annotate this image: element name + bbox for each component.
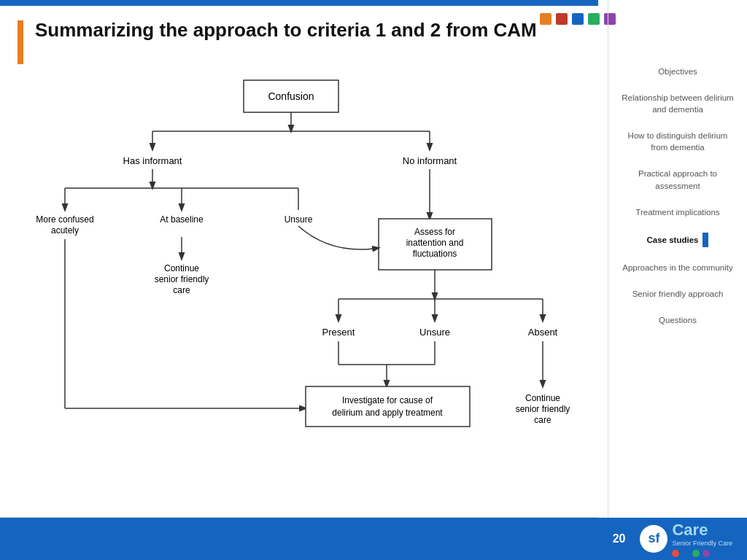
sfcare-dot-green <box>692 550 700 557</box>
top-accent-bar <box>0 0 598 6</box>
sidebar-item-senior[interactable]: Senior friendly approach <box>616 281 740 307</box>
svg-text:delirium and apply treatment: delirium and apply treatment <box>332 408 443 418</box>
svg-text:Investigate for cause of: Investigate for cause of <box>342 395 433 405</box>
sidebar-item-case-studies-row: Case studies <box>619 233 737 247</box>
sfcare-text-block: Care Senior Friendly Care <box>672 521 732 557</box>
sfcare-care-text: Care <box>672 521 708 539</box>
dot-red <box>556 13 568 25</box>
svg-text:senior friendly: senior friendly <box>516 404 570 414</box>
sidebar-item-questions[interactable]: Questions <box>616 307 740 333</box>
header-accent-bar <box>18 20 23 64</box>
svg-text:More confused: More confused <box>36 214 93 225</box>
sidebar-item-objectives[interactable]: Objectives <box>616 58 740 85</box>
page-title: Summarizing the approach to criteria 1 a… <box>35 19 537 42</box>
sfcare-logo: sf Care Senior Friendly Care <box>640 521 732 557</box>
svg-text:Continue: Continue <box>164 263 199 273</box>
sidebar-item-distinguish[interactable]: How to distinguish delirium from dementi… <box>616 122 740 160</box>
main-content: Confusion Has informant No informant Mor… <box>0 66 598 516</box>
svg-text:care: care <box>173 285 190 295</box>
flowchart-diagram: Confusion Has informant No informant Mor… <box>18 73 587 481</box>
sidebar-item-relationship[interactable]: Relationship between delirium and dement… <box>616 85 740 122</box>
sfcare-sf-text: sf <box>648 531 659 546</box>
svg-text:No informant: No informant <box>403 155 457 166</box>
sfcare-dot-blue <box>682 550 689 557</box>
svg-text:Absent: Absent <box>528 327 558 338</box>
color-dots <box>540 13 616 25</box>
sidebar-active-indicator <box>703 233 708 247</box>
svg-text:inattention and: inattention and <box>406 238 464 248</box>
svg-text:Unsure: Unsure <box>285 214 313 225</box>
svg-text:At baseline: At baseline <box>160 214 204 225</box>
sfcare-dot-purple <box>703 550 710 557</box>
svg-text:care: care <box>534 415 551 425</box>
dot-green <box>588 13 600 25</box>
dot-orange <box>540 13 551 25</box>
sidebar-item-practical[interactable]: Practical approach to assessment <box>616 160 740 198</box>
sidebar-item-approaches[interactable]: Approaches in the community <box>616 254 740 281</box>
sfcare-dot-red <box>672 550 679 557</box>
sfcare-logo-icon: sf <box>640 525 667 553</box>
sfcare-logo-text: Care <box>672 521 732 540</box>
svg-text:Unsure: Unsure <box>419 327 450 338</box>
sidebar-item-treatment[interactable]: Treatment implications <box>616 199 740 225</box>
svg-text:Has informant: Has informant <box>123 155 182 166</box>
svg-text:fluctuations: fluctuations <box>413 249 457 259</box>
bottom-bar: 20 sf Care Senior Friendly Care <box>0 518 747 560</box>
dot-blue <box>572 13 584 25</box>
sidebar: Objectives Relationship between delirium… <box>608 0 747 510</box>
sfcare-subtitle: Senior Friendly Care <box>672 540 732 548</box>
svg-text:senior friendly: senior friendly <box>155 274 209 284</box>
svg-text:Present: Present <box>322 327 355 338</box>
svg-rect-40 <box>306 386 470 427</box>
svg-text:Assess for: Assess for <box>414 227 455 237</box>
svg-text:Confusion: Confusion <box>268 90 314 102</box>
svg-text:acutely: acutely <box>51 225 79 236</box>
sfcare-dots <box>672 550 732 557</box>
header: Summarizing the approach to criteria 1 a… <box>0 6 598 73</box>
svg-text:Continue: Continue <box>525 393 560 403</box>
sidebar-item-case-studies[interactable]: Case studies <box>616 225 740 254</box>
page-number: 20 <box>613 532 626 545</box>
